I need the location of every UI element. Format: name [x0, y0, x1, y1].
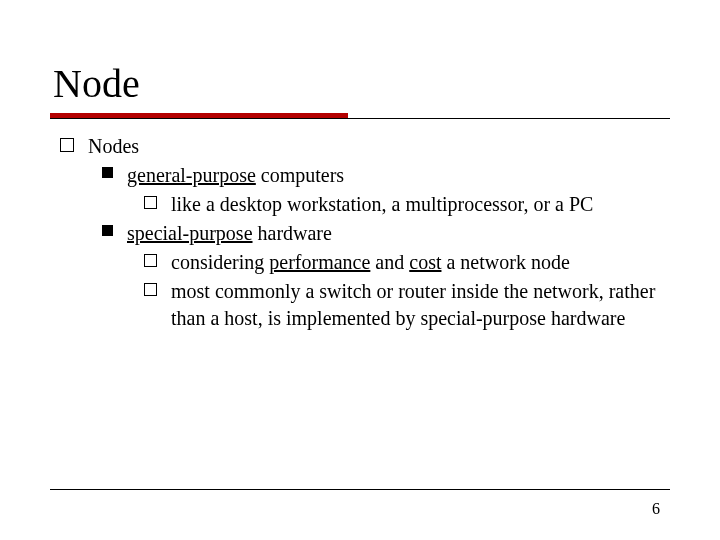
bullet-text: general-purpose computers: [127, 162, 670, 189]
square-open-icon: [144, 254, 157, 267]
square-open-icon: [144, 196, 157, 209]
page-number: 6: [652, 500, 660, 518]
bullet-level2: special-purpose hardware: [102, 220, 670, 247]
plain-text: computers: [256, 164, 344, 186]
bullet-level3: considering performance and cost a netwo…: [144, 249, 670, 276]
bullet-text: Nodes: [88, 133, 670, 160]
plain-text: hardware: [253, 222, 332, 244]
title-underline-thin: [50, 118, 670, 119]
underline-text: cost: [409, 251, 441, 273]
slide-title: Node: [53, 60, 670, 107]
bullet-text: considering performance and cost a netwo…: [171, 249, 670, 276]
square-open-icon: [60, 138, 74, 152]
slide: Node Nodes general-purpose computers lik…: [0, 0, 720, 540]
bullet-level2: general-purpose computers: [102, 162, 670, 189]
bullet-level1: Nodes: [60, 133, 670, 160]
bullet-level3: most commonly a switch or router inside …: [144, 278, 670, 332]
underline-text: general-purpose: [127, 164, 256, 186]
footer-divider: [50, 489, 670, 491]
square-filled-icon: [102, 167, 113, 178]
bullet-text: special-purpose hardware: [127, 220, 670, 247]
plain-text: considering: [171, 251, 269, 273]
square-filled-icon: [102, 225, 113, 236]
square-open-icon: [144, 283, 157, 296]
plain-text: a network node: [441, 251, 569, 273]
bullet-level3: like a desktop workstation, a multiproce…: [144, 191, 670, 218]
slide-body: Nodes general-purpose computers like a d…: [50, 133, 670, 332]
plain-text: and: [370, 251, 409, 273]
bullet-text: like a desktop workstation, a multiproce…: [171, 191, 670, 218]
underline-text: special-purpose: [127, 222, 253, 244]
title-underline: [50, 113, 670, 119]
bullet-text: most commonly a switch or router inside …: [171, 278, 670, 332]
underline-text: performance: [269, 251, 370, 273]
